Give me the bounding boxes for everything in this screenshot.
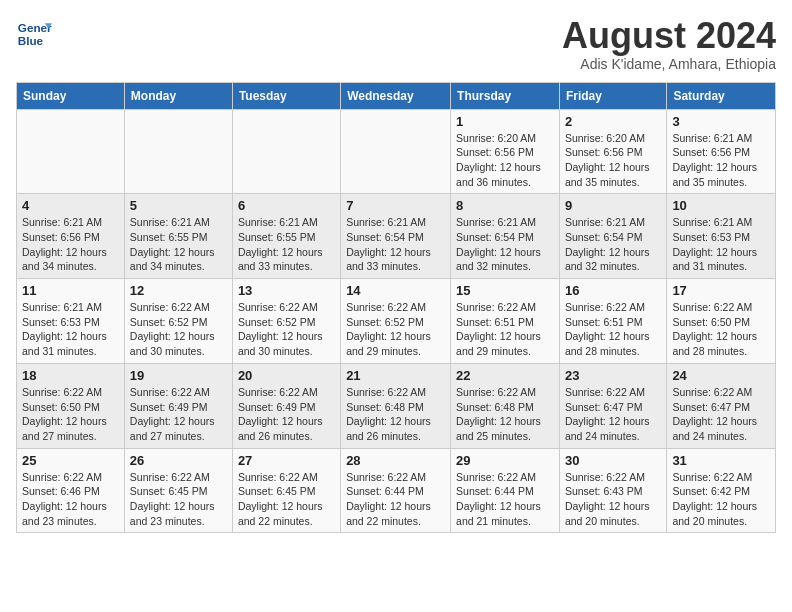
calendar-cell: 5Sunrise: 6:21 AM Sunset: 6:55 PM Daylig…: [124, 194, 232, 279]
day-number: 6: [238, 198, 335, 213]
day-number: 10: [672, 198, 770, 213]
day-number: 13: [238, 283, 335, 298]
calendar-cell: 23Sunrise: 6:22 AM Sunset: 6:47 PM Dayli…: [559, 363, 666, 448]
day-info: Sunrise: 6:22 AM Sunset: 6:48 PM Dayligh…: [456, 385, 554, 444]
day-header-thursday: Thursday: [451, 82, 560, 109]
day-info: Sunrise: 6:22 AM Sunset: 6:45 PM Dayligh…: [238, 470, 335, 529]
day-info: Sunrise: 6:22 AM Sunset: 6:49 PM Dayligh…: [238, 385, 335, 444]
calendar-cell: 15Sunrise: 6:22 AM Sunset: 6:51 PM Dayli…: [451, 279, 560, 364]
calendar-cell: [124, 109, 232, 194]
calendar-cell: 24Sunrise: 6:22 AM Sunset: 6:47 PM Dayli…: [667, 363, 776, 448]
calendar-cell: 20Sunrise: 6:22 AM Sunset: 6:49 PM Dayli…: [232, 363, 340, 448]
day-info: Sunrise: 6:22 AM Sunset: 6:43 PM Dayligh…: [565, 470, 661, 529]
calendar-cell: 6Sunrise: 6:21 AM Sunset: 6:55 PM Daylig…: [232, 194, 340, 279]
calendar-cell: [341, 109, 451, 194]
day-number: 28: [346, 453, 445, 468]
day-info: Sunrise: 6:21 AM Sunset: 6:55 PM Dayligh…: [238, 215, 335, 274]
calendar-cell: 14Sunrise: 6:22 AM Sunset: 6:52 PM Dayli…: [341, 279, 451, 364]
month-title: August 2024: [562, 16, 776, 56]
day-number: 20: [238, 368, 335, 383]
day-info: Sunrise: 6:22 AM Sunset: 6:50 PM Dayligh…: [672, 300, 770, 359]
calendar-cell: 27Sunrise: 6:22 AM Sunset: 6:45 PM Dayli…: [232, 448, 340, 533]
calendar-cell: 31Sunrise: 6:22 AM Sunset: 6:42 PM Dayli…: [667, 448, 776, 533]
calendar-cell: 8Sunrise: 6:21 AM Sunset: 6:54 PM Daylig…: [451, 194, 560, 279]
calendar-cell: 2Sunrise: 6:20 AM Sunset: 6:56 PM Daylig…: [559, 109, 666, 194]
day-number: 21: [346, 368, 445, 383]
calendar-cell: 10Sunrise: 6:21 AM Sunset: 6:53 PM Dayli…: [667, 194, 776, 279]
day-info: Sunrise: 6:22 AM Sunset: 6:44 PM Dayligh…: [456, 470, 554, 529]
day-info: Sunrise: 6:22 AM Sunset: 6:52 PM Dayligh…: [238, 300, 335, 359]
calendar-cell: 13Sunrise: 6:22 AM Sunset: 6:52 PM Dayli…: [232, 279, 340, 364]
day-info: Sunrise: 6:22 AM Sunset: 6:47 PM Dayligh…: [565, 385, 661, 444]
day-header-monday: Monday: [124, 82, 232, 109]
calendar-cell: 19Sunrise: 6:22 AM Sunset: 6:49 PM Dayli…: [124, 363, 232, 448]
day-number: 30: [565, 453, 661, 468]
day-header-tuesday: Tuesday: [232, 82, 340, 109]
calendar-cell: 28Sunrise: 6:22 AM Sunset: 6:44 PM Dayli…: [341, 448, 451, 533]
day-number: 9: [565, 198, 661, 213]
day-info: Sunrise: 6:22 AM Sunset: 6:44 PM Dayligh…: [346, 470, 445, 529]
header: General Blue August 2024 Adis K'idame, A…: [16, 16, 776, 72]
day-header-wednesday: Wednesday: [341, 82, 451, 109]
week-row-1: 1Sunrise: 6:20 AM Sunset: 6:56 PM Daylig…: [17, 109, 776, 194]
calendar-cell: [17, 109, 125, 194]
day-info: Sunrise: 6:22 AM Sunset: 6:52 PM Dayligh…: [346, 300, 445, 359]
day-info: Sunrise: 6:22 AM Sunset: 6:49 PM Dayligh…: [130, 385, 227, 444]
logo: General Blue: [16, 16, 52, 52]
day-info: Sunrise: 6:20 AM Sunset: 6:56 PM Dayligh…: [565, 131, 661, 190]
day-number: 31: [672, 453, 770, 468]
week-row-2: 4Sunrise: 6:21 AM Sunset: 6:56 PM Daylig…: [17, 194, 776, 279]
day-header-sunday: Sunday: [17, 82, 125, 109]
day-number: 26: [130, 453, 227, 468]
day-info: Sunrise: 6:22 AM Sunset: 6:46 PM Dayligh…: [22, 470, 119, 529]
calendar-cell: 21Sunrise: 6:22 AM Sunset: 6:48 PM Dayli…: [341, 363, 451, 448]
day-number: 1: [456, 114, 554, 129]
day-info: Sunrise: 6:22 AM Sunset: 6:42 PM Dayligh…: [672, 470, 770, 529]
calendar-cell: 30Sunrise: 6:22 AM Sunset: 6:43 PM Dayli…: [559, 448, 666, 533]
title-area: August 2024 Adis K'idame, Amhara, Ethiop…: [562, 16, 776, 72]
day-info: Sunrise: 6:21 AM Sunset: 6:56 PM Dayligh…: [672, 131, 770, 190]
day-number: 3: [672, 114, 770, 129]
day-number: 15: [456, 283, 554, 298]
day-info: Sunrise: 6:21 AM Sunset: 6:54 PM Dayligh…: [346, 215, 445, 274]
calendar-cell: 26Sunrise: 6:22 AM Sunset: 6:45 PM Dayli…: [124, 448, 232, 533]
day-info: Sunrise: 6:21 AM Sunset: 6:53 PM Dayligh…: [22, 300, 119, 359]
calendar-cell: 29Sunrise: 6:22 AM Sunset: 6:44 PM Dayli…: [451, 448, 560, 533]
day-number: 5: [130, 198, 227, 213]
day-number: 2: [565, 114, 661, 129]
calendar-cell: 12Sunrise: 6:22 AM Sunset: 6:52 PM Dayli…: [124, 279, 232, 364]
day-info: Sunrise: 6:21 AM Sunset: 6:54 PM Dayligh…: [565, 215, 661, 274]
week-row-3: 11Sunrise: 6:21 AM Sunset: 6:53 PM Dayli…: [17, 279, 776, 364]
day-info: Sunrise: 6:21 AM Sunset: 6:56 PM Dayligh…: [22, 215, 119, 274]
day-header-saturday: Saturday: [667, 82, 776, 109]
day-number: 14: [346, 283, 445, 298]
day-number: 27: [238, 453, 335, 468]
day-number: 22: [456, 368, 554, 383]
day-info: Sunrise: 6:22 AM Sunset: 6:51 PM Dayligh…: [565, 300, 661, 359]
day-info: Sunrise: 6:22 AM Sunset: 6:51 PM Dayligh…: [456, 300, 554, 359]
calendar-cell: 22Sunrise: 6:22 AM Sunset: 6:48 PM Dayli…: [451, 363, 560, 448]
location-subtitle: Adis K'idame, Amhara, Ethiopia: [562, 56, 776, 72]
calendar-cell: 3Sunrise: 6:21 AM Sunset: 6:56 PM Daylig…: [667, 109, 776, 194]
day-number: 16: [565, 283, 661, 298]
day-info: Sunrise: 6:20 AM Sunset: 6:56 PM Dayligh…: [456, 131, 554, 190]
day-number: 25: [22, 453, 119, 468]
calendar-cell: 16Sunrise: 6:22 AM Sunset: 6:51 PM Dayli…: [559, 279, 666, 364]
week-row-5: 25Sunrise: 6:22 AM Sunset: 6:46 PM Dayli…: [17, 448, 776, 533]
calendar-cell: 25Sunrise: 6:22 AM Sunset: 6:46 PM Dayli…: [17, 448, 125, 533]
calendar-cell: 11Sunrise: 6:21 AM Sunset: 6:53 PM Dayli…: [17, 279, 125, 364]
day-number: 7: [346, 198, 445, 213]
day-number: 8: [456, 198, 554, 213]
calendar-table: SundayMondayTuesdayWednesdayThursdayFrid…: [16, 82, 776, 534]
calendar-cell: 17Sunrise: 6:22 AM Sunset: 6:50 PM Dayli…: [667, 279, 776, 364]
logo-icon: General Blue: [16, 16, 52, 52]
day-info: Sunrise: 6:22 AM Sunset: 6:52 PM Dayligh…: [130, 300, 227, 359]
calendar-cell: [232, 109, 340, 194]
day-info: Sunrise: 6:22 AM Sunset: 6:50 PM Dayligh…: [22, 385, 119, 444]
calendar-cell: 1Sunrise: 6:20 AM Sunset: 6:56 PM Daylig…: [451, 109, 560, 194]
day-number: 11: [22, 283, 119, 298]
week-row-4: 18Sunrise: 6:22 AM Sunset: 6:50 PM Dayli…: [17, 363, 776, 448]
svg-text:Blue: Blue: [18, 34, 44, 47]
day-number: 4: [22, 198, 119, 213]
day-number: 29: [456, 453, 554, 468]
